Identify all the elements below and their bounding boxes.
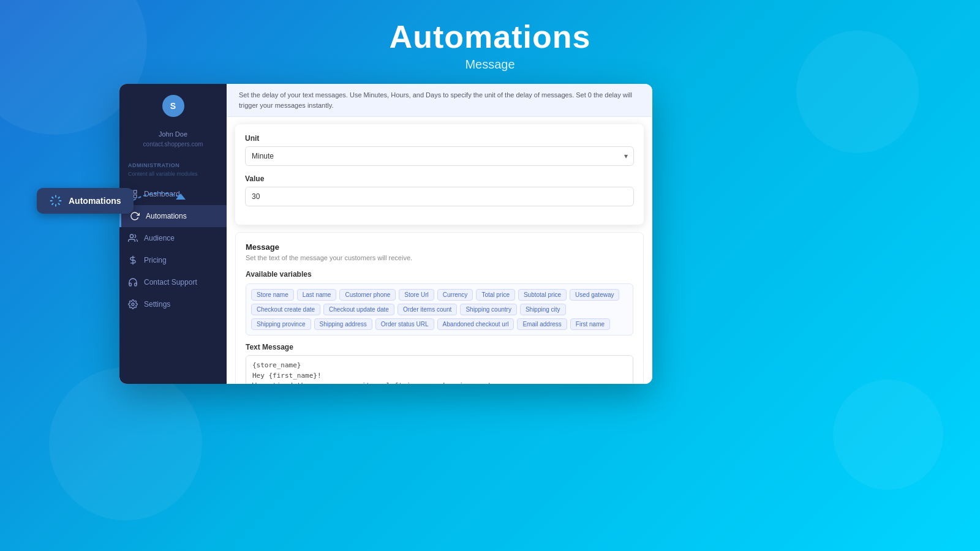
message-section-title: Message [246,242,633,252]
automations-badge-icon [49,194,62,208]
headset-icon [128,277,138,287]
var-order-status-url[interactable]: Order status URL [375,318,434,330]
automations-badge-label: Automations [69,196,121,206]
page-title: Automations [0,18,980,55]
text-message-textarea[interactable]: {store_name} Hey {first_name}! We notice… [246,355,633,384]
app-window: S John Doe contact.shoppers.com ADMINIST… [119,84,652,384]
available-variables-label: Available variables [246,270,633,279]
value-input[interactable] [245,187,634,206]
sidebar-label-settings: Settings [144,300,170,309]
unit-label: Unit [245,134,634,143]
var-used-gateway[interactable]: Used gateway [570,289,619,301]
sidebar-item-audience[interactable]: Audience [119,227,227,249]
var-email-address[interactable]: Email address [517,318,567,330]
var-checkout-create-date[interactable]: Checkout create date [251,304,320,315]
sidebar-user: John Doe contact.shoppers.com [119,126,227,157]
text-message-label: Text Message [246,343,633,351]
var-store-url[interactable]: Store Url [399,289,434,301]
sidebar-item-contact-support[interactable]: Contact Support [119,271,227,293]
content-area: Set the delay of your text messages. Use… [227,84,652,384]
var-total-price[interactable]: Total price [476,289,515,301]
info-banner-text: Set the delay of your text messages. Use… [239,91,632,109]
unit-form-group: Unit Minute Hour Day [245,134,634,166]
gear-icon [128,299,138,309]
svg-point-8 [132,303,134,305]
bg-decoration-4 [833,380,943,490]
sidebar-admin-label: ADMINISTRATION [119,157,227,171]
variable-tags: Store name Last name Customer phone Stor… [251,289,628,330]
automations-floating-badge[interactable]: Automations [37,188,134,214]
sidebar-label-pricing: Pricing [144,256,167,264]
sidebar: S John Doe contact.shoppers.com ADMINIST… [119,84,227,384]
sidebar-logo: S [119,84,227,126]
var-currency[interactable]: Currency [437,289,473,301]
value-label: Value [245,174,634,183]
main-layout: Automations S John Doe contact.shoppers.… [0,84,980,90]
var-subtotal-price[interactable]: Subtotal price [518,289,567,301]
logo-icon: S [162,95,184,117]
svg-point-6 [130,234,133,238]
var-abandoned-checkout-url[interactable]: Abandoned checkout url [437,318,514,330]
info-banner: Set the delay of your text messages. Use… [227,84,652,117]
var-shipping-city[interactable]: Shipping city [520,304,566,315]
message-section: Message Set the text of the message your… [235,232,644,384]
var-customer-phone[interactable]: Customer phone [339,289,396,301]
var-order-items-count[interactable]: Order items count [398,304,457,315]
value-form-group: Value [245,174,634,206]
sidebar-item-pricing[interactable]: Pricing [119,249,227,271]
var-shipping-country[interactable]: Shipping country [460,304,517,315]
users-icon [128,233,138,243]
sidebar-user-name: John Doe [128,130,218,138]
message-section-subtitle: Set the text of the message your custome… [246,254,633,261]
page-subtitle: Message [0,58,980,72]
var-first-name[interactable]: First name [570,318,610,330]
var-checkout-update-date[interactable]: Checkout update date [323,304,394,315]
sidebar-item-settings[interactable]: Settings [119,293,227,315]
delay-card: Unit Minute Hour Day Value [235,124,644,225]
var-shipping-province[interactable]: Shipping province [251,318,311,330]
var-last-name[interactable]: Last name [297,289,337,301]
bg-decoration-3 [49,367,202,520]
page-header: Automations Message [0,0,980,84]
var-store-name[interactable]: Store name [251,289,294,301]
unit-select[interactable]: Minute Hour Day [245,146,634,166]
sidebar-label-audience: Audience [144,234,175,242]
variables-container: Store name Last name Customer phone Stor… [246,283,633,335]
dollar-icon [128,255,138,265]
sidebar-label-contact-support: Contact Support [144,278,197,287]
var-shipping-address[interactable]: Shipping address [314,318,372,330]
unit-select-wrapper: Minute Hour Day [245,146,634,166]
sidebar-user-email: contact.shoppers.com [143,141,203,148]
